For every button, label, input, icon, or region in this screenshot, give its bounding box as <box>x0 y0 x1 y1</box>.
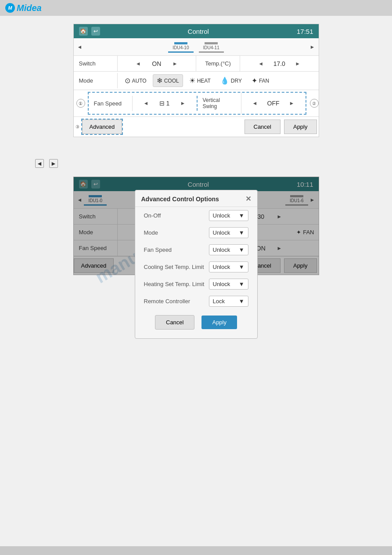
cancel-btn-1[interactable]: Cancel <box>245 120 281 134</box>
unit-tabs-row-1: ◄ IDU4-10 IDU4-11 ► <box>74 38 319 56</box>
modal-label-mode: Mode <box>144 229 158 236</box>
modal-dropdown-fanspeed: ▼ <box>239 247 245 253</box>
switch-control: ◄ ON ► <box>118 56 196 71</box>
unit-tab-label-1: IDU4-10 <box>173 45 189 50</box>
modal-cancel-btn[interactable]: Cancel <box>155 315 194 330</box>
modal-label-remote: Remote Controller <box>144 298 191 305</box>
modal-value-cooling: Unlock <box>213 264 230 270</box>
vertical-swing-label: Vertical Swing <box>198 93 241 114</box>
mode-fan-label: FAN <box>259 78 269 84</box>
modal-row-cooling: Cooling Set Temp. Limit Unlock ▼ <box>135 258 257 276</box>
home-icon[interactable]: 🏠 <box>79 27 88 36</box>
unit-tab-idu4-10[interactable]: IDU4-10 <box>168 41 193 53</box>
logo-text: Midea <box>17 3 42 13</box>
unit-tab-bar-2 <box>205 42 218 44</box>
modal-value-heating: Unlock <box>213 281 230 287</box>
top-bar: M Midea <box>0 0 392 16</box>
nav-arrows-section: ◄ ► <box>18 150 374 177</box>
mode-auto[interactable]: ⊙ AUTO <box>121 75 150 87</box>
mode-cool[interactable]: ❄ COOL <box>153 74 183 87</box>
modal-actions: Cancel Apply <box>135 310 257 331</box>
modal-row-remote: Remote Controller Lock ▼ <box>135 293 257 310</box>
annotation-1: ① <box>76 99 85 108</box>
header-icons: 🏠 ↩ <box>79 27 100 36</box>
auto-icon: ⊙ <box>125 76 130 85</box>
control-panel-1: 🏠 ↩ Control 17:51 ◄ IDU4-10 IDU4-11 <box>73 24 319 137</box>
modal-label-heating: Heating Set Temp. Limit <box>144 281 205 287</box>
annotation-3: ③ <box>76 124 79 129</box>
modal-row-mode: Mode Unlock ▼ <box>135 224 257 241</box>
apply-btn-1[interactable]: Apply <box>284 120 317 134</box>
modal-select-heating[interactable]: Unlock ▼ <box>209 279 248 290</box>
modal-dropdown-cooling: ▼ <box>239 264 245 270</box>
modal-overlay: Advanced Control Options ✕ On-Off Unlock… <box>73 177 319 275</box>
unit-tab-label-2: IDU4-11 <box>203 45 219 50</box>
switch-next-btn[interactable]: ► <box>170 60 180 68</box>
switch-prev-btn[interactable]: ◄ <box>133 60 144 68</box>
modal-label-fanspeed: Fan Speed <box>144 247 172 253</box>
modal-label-onoff: On-Off <box>144 212 161 219</box>
vertical-swing-control: ◄ OFF ► <box>241 96 306 111</box>
advanced-control-modal: Advanced Control Options ✕ On-Off Unlock… <box>135 190 258 339</box>
modal-row-heating: Heating Set Temp. Limit Unlock ▼ <box>135 276 257 293</box>
vertical-swing-prev-btn[interactable]: ◄ <box>250 99 260 107</box>
units-prev-arrow[interactable]: ◄ <box>77 44 83 50</box>
mode-auto-label: AUTO <box>132 78 147 84</box>
fan-swing-dashed: Fan Speed ◄ ⊟ 1 ► Vertical Swing ◄ OFF ► <box>88 92 306 115</box>
mode-fan[interactable]: ✦ FAN <box>248 75 273 87</box>
annotation-2: ② <box>310 99 319 108</box>
modal-apply-btn[interactable]: Apply <box>201 316 237 329</box>
fan-speed-label: Fan Speed <box>89 96 133 111</box>
modal-dropdown-heating: ▼ <box>239 281 245 287</box>
logo-area: M Midea <box>5 3 42 13</box>
temp-next-btn[interactable]: ► <box>292 60 303 68</box>
dry-icon: 💧 <box>220 76 229 85</box>
modal-select-mode[interactable]: Unlock ▼ <box>209 227 248 238</box>
nav-right-arrow[interactable]: ► <box>49 159 58 168</box>
fan-swing-section: ① Fan Speed ◄ ⊟ 1 ► Vertical Swing <box>74 90 319 117</box>
vertical-swing-next-btn[interactable]: ► <box>287 99 297 107</box>
modal-select-cooling[interactable]: Unlock ▼ <box>209 261 248 272</box>
mode-cool-label: COOL <box>164 78 179 84</box>
nav-left-arrow[interactable]: ◄ <box>35 159 44 168</box>
advanced-btn[interactable]: Advanced <box>82 120 122 134</box>
mode-heat[interactable]: ☀ HEAT <box>186 75 214 87</box>
panel-time-1: 17:51 <box>297 28 313 35</box>
panel-title-1: Control <box>188 28 209 35</box>
unit-tab-idu4-11[interactable]: IDU4-11 <box>199 41 224 53</box>
temp-prev-btn[interactable]: ◄ <box>255 60 266 68</box>
fan-speed-prev-btn[interactable]: ◄ <box>141 99 151 107</box>
temp-label: Temp.(°C) <box>196 56 240 71</box>
switch-temp-row: Switch ◄ ON ► Temp.(°C) ◄ 17.0 ► <box>74 56 319 72</box>
mode-dry-label: DRY <box>231 78 242 84</box>
modal-dropdown-mode: ▼ <box>239 229 245 236</box>
modal-select-onoff[interactable]: Unlock ▼ <box>209 210 248 221</box>
modal-select-fanspeed[interactable]: Unlock ▼ <box>209 244 248 255</box>
modal-dropdown-onoff: ▼ <box>239 212 245 219</box>
panel-header-1: 🏠 ↩ Control 17:51 <box>74 24 319 38</box>
modal-value-fanspeed: Unlock <box>213 247 230 253</box>
modal-value-remote: Lock <box>213 298 225 305</box>
fan-icon: ✦ <box>252 76 257 85</box>
temp-control: ◄ 17.0 ► <box>240 56 319 71</box>
units-next-arrow[interactable]: ► <box>310 44 315 50</box>
mode-row: Mode ⊙ AUTO ❄ COOL ☀ HEAT 💧 <box>74 72 319 90</box>
modal-select-remote[interactable]: Lock ▼ <box>209 296 248 307</box>
back-icon[interactable]: ↩ <box>91 27 100 36</box>
mode-dry[interactable]: 💧 DRY <box>217 75 245 87</box>
logo-icon: M <box>5 3 15 13</box>
mode-label: Mode <box>74 73 118 88</box>
modal-row-fanspeed: Fan Speed Unlock ▼ <box>135 241 257 258</box>
modal-header: Advanced Control Options ✕ <box>135 190 257 207</box>
modal-dropdown-remote: ▼ <box>239 298 245 305</box>
fan-speed-next-btn[interactable]: ► <box>178 99 188 107</box>
advanced-dashed: Advanced <box>81 119 123 135</box>
modal-value-onoff: Unlock <box>213 212 230 219</box>
modal-value-mode: Unlock <box>213 229 230 236</box>
modal-label-cooling: Cooling Set Temp. Limit <box>144 264 204 270</box>
modal-close-btn[interactable]: ✕ <box>245 195 251 203</box>
cool-icon: ❄ <box>157 76 162 85</box>
modal-row-onoff: On-Off Unlock ▼ <box>135 207 257 224</box>
action-row: ③ Advanced Cancel Apply <box>74 117 319 137</box>
switch-value: ON <box>148 60 165 67</box>
